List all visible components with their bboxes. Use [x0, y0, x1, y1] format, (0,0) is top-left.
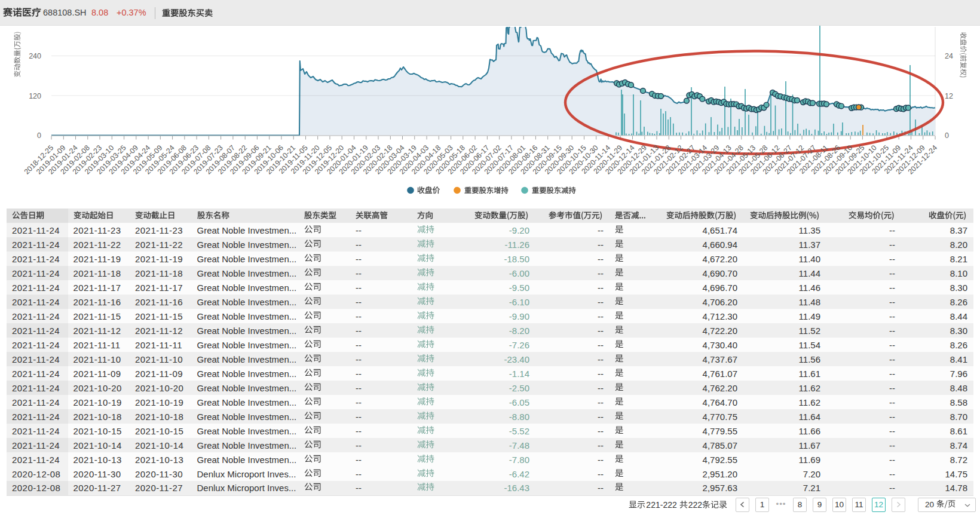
svg-text:0: 0	[945, 131, 949, 140]
svg-text:240: 240	[29, 52, 41, 60]
svg-text:120: 120	[29, 92, 41, 100]
svg-text:24: 24	[945, 52, 953, 60]
svg-text:0: 0	[37, 131, 41, 140]
svg-text:12: 12	[945, 92, 953, 100]
